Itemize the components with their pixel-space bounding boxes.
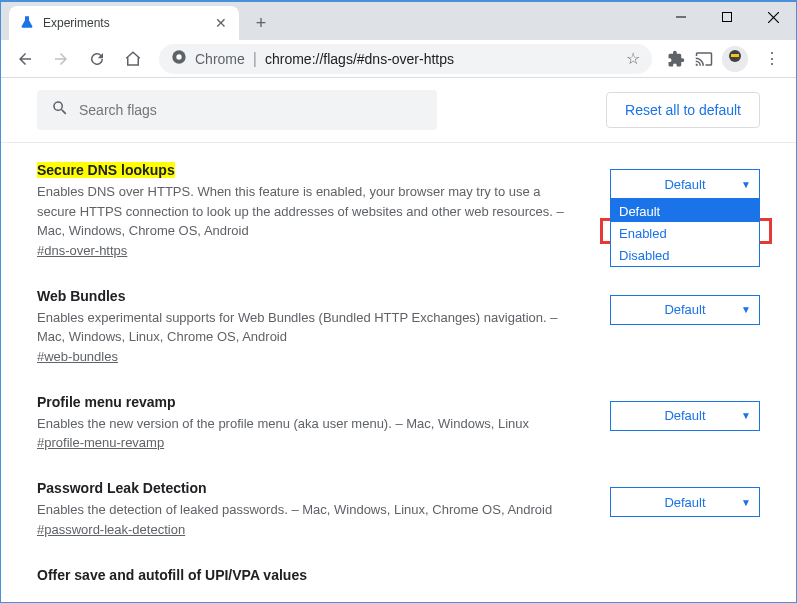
star-icon[interactable]: ☆: [626, 49, 640, 68]
page-content: Reset all to default Secure DNS lookupsE…: [1, 78, 796, 602]
omnibox-chrome-label: Chrome: [195, 51, 245, 67]
flag-anchor[interactable]: #web-bundles: [37, 349, 118, 364]
flag-anchor[interactable]: #dns-over-https: [37, 243, 127, 258]
flag-item: Web BundlesEnables experimental supports…: [37, 287, 760, 365]
menu-button[interactable]: ⋮: [756, 43, 788, 75]
home-button[interactable]: [117, 43, 149, 75]
flag-anchor[interactable]: #password-leak-detection: [37, 522, 185, 537]
select-box[interactable]: Default▼: [610, 169, 760, 199]
svg-rect-8: [731, 54, 739, 57]
flags-header: Reset all to default: [1, 78, 796, 143]
reload-button[interactable]: [81, 43, 113, 75]
dropdown: DefaultEnabledDisabled: [610, 199, 760, 267]
flask-icon: [19, 15, 35, 31]
svg-point-5: [176, 54, 181, 59]
browser-titlebar: Experiments ✕ +: [1, 2, 796, 40]
search-icon: [51, 99, 69, 121]
flag-description: Enables the new version of the profile m…: [37, 414, 580, 434]
minimize-button[interactable]: [658, 2, 704, 32]
flags-list: Secure DNS lookupsEnables DNS over HTTPS…: [1, 143, 796, 602]
dropdown-item[interactable]: Disabled: [611, 244, 759, 266]
flag-title: Web Bundles: [37, 288, 125, 304]
chrome-icon: [171, 49, 187, 69]
svg-rect-1: [723, 13, 732, 22]
dropdown-item[interactable]: Enabled: [611, 222, 759, 244]
search-box[interactable]: [37, 90, 437, 130]
tab-title: Experiments: [43, 16, 205, 30]
select-box[interactable]: Default▼: [610, 295, 760, 325]
select-box[interactable]: Default▼: [610, 487, 760, 517]
flag-anchor[interactable]: #profile-menu-revamp: [37, 435, 164, 450]
flag-select: Default▼: [610, 487, 760, 517]
window-controls: [658, 2, 796, 32]
flag-select: Default▼DefaultEnabledDisabled: [610, 169, 760, 199]
close-window-button[interactable]: [750, 2, 796, 32]
flag-item: Offer save and autofill of UPI/VPA value…: [37, 566, 760, 587]
back-button[interactable]: [9, 43, 41, 75]
flag-title: Secure DNS lookups: [37, 162, 175, 178]
omnibox[interactable]: Chrome | chrome://flags/#dns-over-https …: [159, 44, 652, 74]
search-input[interactable]: [79, 102, 423, 118]
flag-title: Offer save and autofill of UPI/VPA value…: [37, 567, 307, 583]
dropdown-item[interactable]: Default: [611, 200, 759, 222]
avatar[interactable]: [722, 46, 748, 72]
flag-description: Enables DNS over HTTPS. When this featur…: [37, 182, 580, 241]
browser-tab[interactable]: Experiments ✕: [9, 6, 239, 40]
select-box[interactable]: Default▼: [610, 401, 760, 431]
omnibox-url: chrome://flags/#dns-over-https: [265, 51, 454, 67]
flag-select: Default▼: [610, 401, 760, 431]
flag-select: Default▼: [610, 295, 760, 325]
flag-description: Enables the detection of leaked password…: [37, 500, 580, 520]
flag-item: Password Leak DetectionEnables the detec…: [37, 479, 760, 538]
maximize-button[interactable]: [704, 2, 750, 32]
flag-item: Profile menu revampEnables the new versi…: [37, 393, 760, 452]
flag-title: Password Leak Detection: [37, 480, 207, 496]
forward-button[interactable]: [45, 43, 77, 75]
cast-icon[interactable]: [694, 49, 714, 69]
close-icon[interactable]: ✕: [213, 15, 229, 31]
flag-description: Enables experimental supports for Web Bu…: [37, 308, 580, 347]
flag-title: Profile menu revamp: [37, 394, 176, 410]
flag-item: Secure DNS lookupsEnables DNS over HTTPS…: [37, 161, 760, 259]
omnibox-divider: |: [253, 50, 257, 68]
reset-button[interactable]: Reset all to default: [606, 92, 760, 128]
browser-toolbar: Chrome | chrome://flags/#dns-over-https …: [1, 40, 796, 78]
extension-icons: [662, 46, 752, 72]
new-tab-button[interactable]: +: [247, 9, 275, 37]
extensions-icon[interactable]: [666, 49, 686, 69]
